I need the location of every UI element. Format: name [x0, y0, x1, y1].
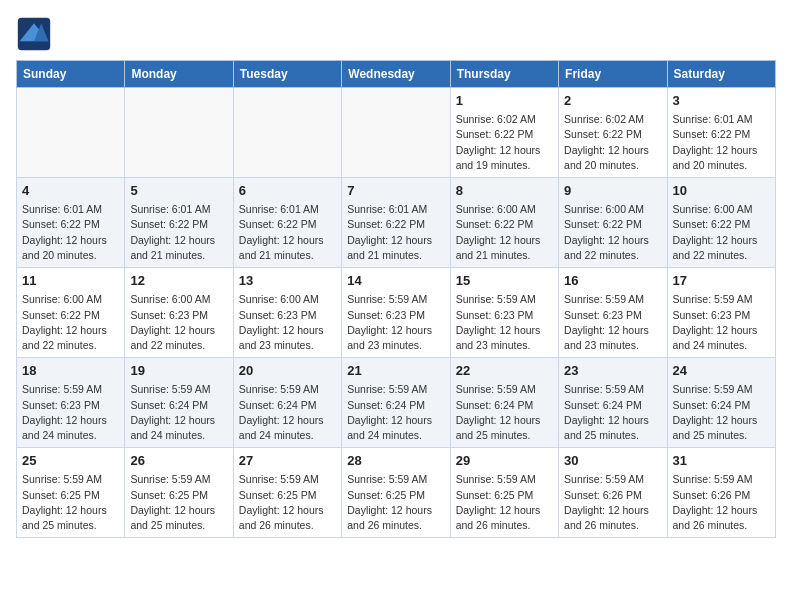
day-number: 17	[673, 272, 770, 290]
day-info: Sunrise: 5:59 AM Sunset: 6:25 PM Dayligh…	[22, 472, 119, 533]
day-number: 4	[22, 182, 119, 200]
calendar-cell: 19Sunrise: 5:59 AM Sunset: 6:24 PM Dayli…	[125, 358, 233, 448]
weekday-header-monday: Monday	[125, 61, 233, 88]
day-info: Sunrise: 5:59 AM Sunset: 6:25 PM Dayligh…	[456, 472, 553, 533]
calendar-cell: 21Sunrise: 5:59 AM Sunset: 6:24 PM Dayli…	[342, 358, 450, 448]
day-number: 1	[456, 92, 553, 110]
day-number: 8	[456, 182, 553, 200]
day-info: Sunrise: 5:59 AM Sunset: 6:25 PM Dayligh…	[347, 472, 444, 533]
day-number: 31	[673, 452, 770, 470]
calendar-cell: 10Sunrise: 6:00 AM Sunset: 6:22 PM Dayli…	[667, 178, 775, 268]
calendar-cell: 20Sunrise: 5:59 AM Sunset: 6:24 PM Dayli…	[233, 358, 341, 448]
day-info: Sunrise: 6:00 AM Sunset: 6:23 PM Dayligh…	[239, 292, 336, 353]
calendar-cell: 13Sunrise: 6:00 AM Sunset: 6:23 PM Dayli…	[233, 268, 341, 358]
day-number: 6	[239, 182, 336, 200]
calendar-cell: 15Sunrise: 5:59 AM Sunset: 6:23 PM Dayli…	[450, 268, 558, 358]
day-info: Sunrise: 5:59 AM Sunset: 6:24 PM Dayligh…	[456, 382, 553, 443]
calendar-cell: 5Sunrise: 6:01 AM Sunset: 6:22 PM Daylig…	[125, 178, 233, 268]
day-number: 19	[130, 362, 227, 380]
day-number: 29	[456, 452, 553, 470]
day-number: 13	[239, 272, 336, 290]
day-info: Sunrise: 5:59 AM Sunset: 6:24 PM Dayligh…	[564, 382, 661, 443]
day-number: 15	[456, 272, 553, 290]
day-info: Sunrise: 5:59 AM Sunset: 6:24 PM Dayligh…	[239, 382, 336, 443]
calendar-cell: 27Sunrise: 5:59 AM Sunset: 6:25 PM Dayli…	[233, 448, 341, 538]
calendar-cell: 22Sunrise: 5:59 AM Sunset: 6:24 PM Dayli…	[450, 358, 558, 448]
day-info: Sunrise: 5:59 AM Sunset: 6:23 PM Dayligh…	[22, 382, 119, 443]
weekday-header-friday: Friday	[559, 61, 667, 88]
day-info: Sunrise: 5:59 AM Sunset: 6:23 PM Dayligh…	[673, 292, 770, 353]
day-info: Sunrise: 6:01 AM Sunset: 6:22 PM Dayligh…	[673, 112, 770, 173]
day-number: 5	[130, 182, 227, 200]
calendar-cell: 24Sunrise: 5:59 AM Sunset: 6:24 PM Dayli…	[667, 358, 775, 448]
day-number: 26	[130, 452, 227, 470]
calendar-cell: 25Sunrise: 5:59 AM Sunset: 6:25 PM Dayli…	[17, 448, 125, 538]
day-info: Sunrise: 5:59 AM Sunset: 6:23 PM Dayligh…	[347, 292, 444, 353]
day-number: 12	[130, 272, 227, 290]
day-info: Sunrise: 6:01 AM Sunset: 6:22 PM Dayligh…	[239, 202, 336, 263]
day-info: Sunrise: 5:59 AM Sunset: 6:26 PM Dayligh…	[564, 472, 661, 533]
calendar-cell: 29Sunrise: 5:59 AM Sunset: 6:25 PM Dayli…	[450, 448, 558, 538]
calendar-week-row: 11Sunrise: 6:00 AM Sunset: 6:22 PM Dayli…	[17, 268, 776, 358]
day-info: Sunrise: 6:00 AM Sunset: 6:22 PM Dayligh…	[564, 202, 661, 263]
calendar-cell: 6Sunrise: 6:01 AM Sunset: 6:22 PM Daylig…	[233, 178, 341, 268]
day-info: Sunrise: 5:59 AM Sunset: 6:23 PM Dayligh…	[564, 292, 661, 353]
calendar-cell: 1Sunrise: 6:02 AM Sunset: 6:22 PM Daylig…	[450, 88, 558, 178]
day-info: Sunrise: 6:00 AM Sunset: 6:22 PM Dayligh…	[673, 202, 770, 263]
weekday-header-sunday: Sunday	[17, 61, 125, 88]
weekday-header-wednesday: Wednesday	[342, 61, 450, 88]
day-number: 24	[673, 362, 770, 380]
calendar-week-row: 18Sunrise: 5:59 AM Sunset: 6:23 PM Dayli…	[17, 358, 776, 448]
day-number: 16	[564, 272, 661, 290]
calendar-cell: 18Sunrise: 5:59 AM Sunset: 6:23 PM Dayli…	[17, 358, 125, 448]
day-number: 2	[564, 92, 661, 110]
calendar-cell: 28Sunrise: 5:59 AM Sunset: 6:25 PM Dayli…	[342, 448, 450, 538]
day-info: Sunrise: 6:00 AM Sunset: 6:22 PM Dayligh…	[22, 292, 119, 353]
day-info: Sunrise: 6:01 AM Sunset: 6:22 PM Dayligh…	[22, 202, 119, 263]
calendar-cell	[125, 88, 233, 178]
logo	[16, 16, 56, 52]
calendar-cell: 12Sunrise: 6:00 AM Sunset: 6:23 PM Dayli…	[125, 268, 233, 358]
calendar-week-row: 4Sunrise: 6:01 AM Sunset: 6:22 PM Daylig…	[17, 178, 776, 268]
calendar-body: 1Sunrise: 6:02 AM Sunset: 6:22 PM Daylig…	[17, 88, 776, 538]
day-info: Sunrise: 5:59 AM Sunset: 6:23 PM Dayligh…	[456, 292, 553, 353]
day-info: Sunrise: 5:59 AM Sunset: 6:24 PM Dayligh…	[130, 382, 227, 443]
day-number: 22	[456, 362, 553, 380]
day-info: Sunrise: 6:01 AM Sunset: 6:22 PM Dayligh…	[347, 202, 444, 263]
day-info: Sunrise: 6:02 AM Sunset: 6:22 PM Dayligh…	[564, 112, 661, 173]
day-info: Sunrise: 5:59 AM Sunset: 6:25 PM Dayligh…	[130, 472, 227, 533]
day-info: Sunrise: 5:59 AM Sunset: 6:26 PM Dayligh…	[673, 472, 770, 533]
calendar-cell: 4Sunrise: 6:01 AM Sunset: 6:22 PM Daylig…	[17, 178, 125, 268]
calendar-cell: 17Sunrise: 5:59 AM Sunset: 6:23 PM Dayli…	[667, 268, 775, 358]
day-number: 18	[22, 362, 119, 380]
calendar-header-row: SundayMondayTuesdayWednesdayThursdayFrid…	[17, 61, 776, 88]
day-info: Sunrise: 6:00 AM Sunset: 6:22 PM Dayligh…	[456, 202, 553, 263]
calendar-cell: 23Sunrise: 5:59 AM Sunset: 6:24 PM Dayli…	[559, 358, 667, 448]
day-number: 23	[564, 362, 661, 380]
day-info: Sunrise: 5:59 AM Sunset: 6:25 PM Dayligh…	[239, 472, 336, 533]
day-number: 21	[347, 362, 444, 380]
calendar-table: SundayMondayTuesdayWednesdayThursdayFrid…	[16, 60, 776, 538]
calendar-cell: 31Sunrise: 5:59 AM Sunset: 6:26 PM Dayli…	[667, 448, 775, 538]
calendar-cell: 3Sunrise: 6:01 AM Sunset: 6:22 PM Daylig…	[667, 88, 775, 178]
calendar-cell: 26Sunrise: 5:59 AM Sunset: 6:25 PM Dayli…	[125, 448, 233, 538]
weekday-header-saturday: Saturday	[667, 61, 775, 88]
calendar-week-row: 1Sunrise: 6:02 AM Sunset: 6:22 PM Daylig…	[17, 88, 776, 178]
day-number: 25	[22, 452, 119, 470]
calendar-cell: 30Sunrise: 5:59 AM Sunset: 6:26 PM Dayli…	[559, 448, 667, 538]
calendar-cell: 16Sunrise: 5:59 AM Sunset: 6:23 PM Dayli…	[559, 268, 667, 358]
day-info: Sunrise: 6:01 AM Sunset: 6:22 PM Dayligh…	[130, 202, 227, 263]
page-header	[16, 16, 776, 52]
calendar-week-row: 25Sunrise: 5:59 AM Sunset: 6:25 PM Dayli…	[17, 448, 776, 538]
calendar-cell: 2Sunrise: 6:02 AM Sunset: 6:22 PM Daylig…	[559, 88, 667, 178]
calendar-cell: 14Sunrise: 5:59 AM Sunset: 6:23 PM Dayli…	[342, 268, 450, 358]
calendar-cell: 11Sunrise: 6:00 AM Sunset: 6:22 PM Dayli…	[17, 268, 125, 358]
day-number: 11	[22, 272, 119, 290]
day-number: 30	[564, 452, 661, 470]
day-number: 7	[347, 182, 444, 200]
weekday-header-tuesday: Tuesday	[233, 61, 341, 88]
day-number: 27	[239, 452, 336, 470]
day-number: 3	[673, 92, 770, 110]
calendar-cell: 7Sunrise: 6:01 AM Sunset: 6:22 PM Daylig…	[342, 178, 450, 268]
day-number: 20	[239, 362, 336, 380]
